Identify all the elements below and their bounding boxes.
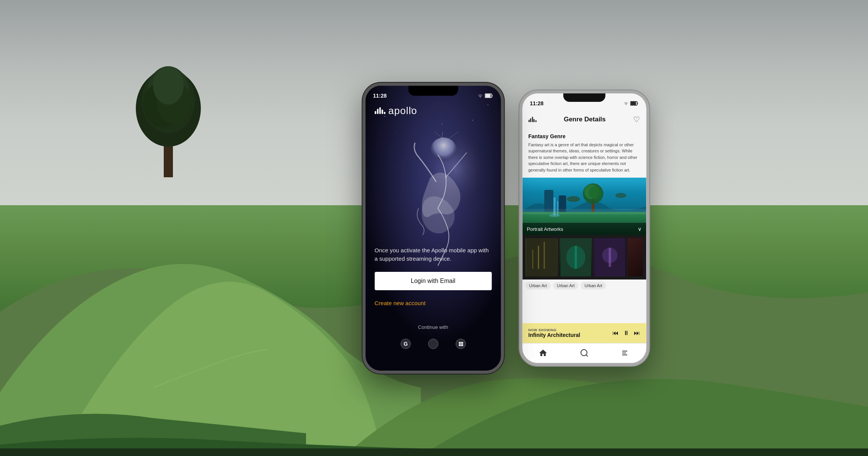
nav-search-button[interactable] (580, 348, 589, 358)
phone1-status-icons (477, 93, 493, 98)
bar5 (384, 112, 385, 114)
login-email-button[interactable]: Login with Email (375, 272, 492, 290)
svg-point-40 (588, 186, 601, 199)
svg-point-46 (567, 196, 580, 202)
svg-rect-29 (461, 342, 463, 344)
continue-with-label: Continue with (418, 324, 448, 330)
fantasy-genre-description: Fantasy art is a genre of art that depic… (522, 142, 646, 178)
phone1-notch (408, 86, 458, 96)
genre-header-logo (528, 117, 536, 122)
apollo-logo: apollo (375, 105, 417, 117)
favorite-button[interactable]: ♡ (633, 115, 640, 124)
next-track-button[interactable]: ⏭ (634, 330, 640, 337)
artwork-thumb-2[interactable] (559, 238, 592, 276)
social-icons: G (398, 336, 468, 351)
phone1-content: 11:28 (365, 86, 501, 371)
svg-point-59 (581, 350, 587, 356)
windows-login-button[interactable] (453, 336, 468, 351)
continue-with-section: Continue with G (365, 324, 501, 351)
artwork-thumb-4[interactable] (628, 238, 643, 276)
nav-home-button[interactable] (538, 348, 547, 358)
svg-rect-44 (544, 190, 553, 212)
svg-rect-50 (538, 246, 539, 269)
home-icon (538, 348, 547, 358)
tree-background (130, 55, 207, 177)
svg-rect-49 (526, 238, 557, 276)
svg-rect-58 (609, 248, 611, 267)
bar3 (379, 107, 381, 114)
svg-point-8 (153, 66, 184, 105)
apple-icon (428, 338, 438, 349)
apple-login-button[interactable] (425, 336, 441, 351)
svg-rect-55 (575, 246, 577, 269)
svg-point-17 (430, 137, 457, 164)
svg-rect-48 (522, 209, 646, 214)
bottom-nav (522, 343, 646, 363)
login-tagline: Once you activate the Apollo mobile app … (375, 246, 492, 263)
urban-art-chips: Urban Art Urban Art Urban Art (522, 279, 646, 292)
genre-header-title: Genre Details (564, 116, 606, 123)
previous-track-button[interactable]: ⏮ (612, 330, 619, 337)
svg-rect-28 (459, 342, 461, 344)
google-icon: G (400, 338, 411, 349)
svg-rect-52 (532, 250, 533, 269)
header-bars-icon (528, 117, 536, 122)
player-controls: ⏮ ⏸ ⏭ (612, 330, 640, 337)
chip-urban-art-1[interactable]: Urban Art (525, 282, 550, 289)
battery-icon (485, 93, 493, 98)
now-showing-label: NOW SHOWING (528, 328, 580, 332)
svg-rect-22 (492, 95, 493, 96)
wifi-icon-2 (623, 101, 629, 106)
create-account-link[interactable]: Create new account (375, 300, 425, 306)
svg-point-15 (396, 131, 396, 132)
pause-button[interactable]: ⏸ (623, 330, 629, 337)
now-showing-info: NOW SHOWING Infinity Architectural (528, 328, 580, 338)
svg-rect-31 (461, 344, 463, 346)
phones-container: 11:28 (362, 83, 649, 374)
phone2-time: 11:28 (530, 100, 544, 106)
svg-text:G: G (404, 341, 408, 347)
svg-point-47 (615, 193, 626, 198)
svg-rect-33 (637, 102, 638, 104)
google-login-button[interactable]: G (398, 336, 413, 351)
phone2-content: 11:28 (522, 93, 646, 363)
phone2-status-icons (623, 101, 638, 106)
svg-rect-0 (0, 448, 868, 456)
svg-rect-30 (459, 344, 461, 346)
artwork-thumbnails (522, 235, 646, 279)
bar4 (381, 110, 383, 114)
svg-point-43 (549, 214, 560, 217)
menu-icon (621, 348, 630, 358)
fantasy-genre-title: Fantasy Genre (522, 129, 646, 142)
apollo-bars-icon (375, 107, 385, 114)
portrait-artwork-label: Portrait Artworks ∨ (522, 223, 646, 235)
apollo-logo-text: apollo (388, 105, 417, 117)
artwork-thumb-1[interactable] (525, 238, 558, 276)
portrait-artwork-section: Portrait Artworks ∨ (522, 178, 646, 292)
phone2-notch (563, 93, 605, 102)
chip-urban-art-2[interactable]: Urban Art (553, 282, 578, 289)
artwork-thumb-3[interactable] (594, 238, 626, 276)
windows-icon (455, 338, 466, 349)
svg-point-14 (441, 124, 442, 124)
chip-urban-art-3[interactable]: Urban Art (581, 282, 606, 289)
phone-2-genre: 11:28 (519, 90, 649, 366)
svg-rect-51 (544, 242, 545, 269)
svg-rect-34 (630, 102, 636, 105)
genre-body: Fantasy Genre Fantasy art is a genre of … (522, 129, 646, 332)
nav-menu-button[interactable] (621, 348, 630, 358)
svg-point-12 (472, 120, 473, 121)
now-showing-bar: NOW SHOWING Infinity Architectural ⏮ ⏸ ⏭ (522, 323, 646, 343)
now-showing-title: Infinity Architectural (528, 332, 580, 338)
svg-point-26 (428, 339, 438, 349)
phone1-time: 11:28 (373, 93, 387, 99)
wifi-icon (477, 93, 483, 98)
genre-header: Genre Details ♡ (522, 110, 646, 129)
search-icon (580, 348, 589, 358)
portrait-artwork-image: Portrait Artworks ∨ (522, 178, 646, 235)
battery-icon-2 (630, 101, 638, 106)
svg-rect-23 (485, 94, 490, 97)
chevron-down-icon: ∨ (638, 226, 642, 232)
phone-1-login: 11:28 (362, 83, 504, 374)
bar2 (377, 109, 378, 114)
